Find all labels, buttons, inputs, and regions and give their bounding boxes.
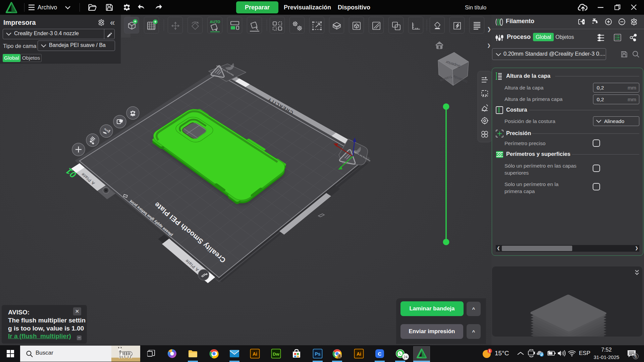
svg-text:❯: ❯ xyxy=(487,43,491,48)
svg-text:C: C xyxy=(378,351,382,357)
svg-text:Ai: Ai xyxy=(357,351,361,357)
svg-text:6: 6 xyxy=(634,354,637,359)
svg-text:AUTO: AUTO xyxy=(210,20,220,24)
svg-text:Ps: Ps xyxy=(315,351,320,357)
svg-text:1: 1 xyxy=(489,349,491,353)
svg-text:❯: ❯ xyxy=(487,26,491,32)
svg-text:Dw: Dw xyxy=(273,352,279,357)
svg-text:Ai: Ai xyxy=(253,351,257,357)
